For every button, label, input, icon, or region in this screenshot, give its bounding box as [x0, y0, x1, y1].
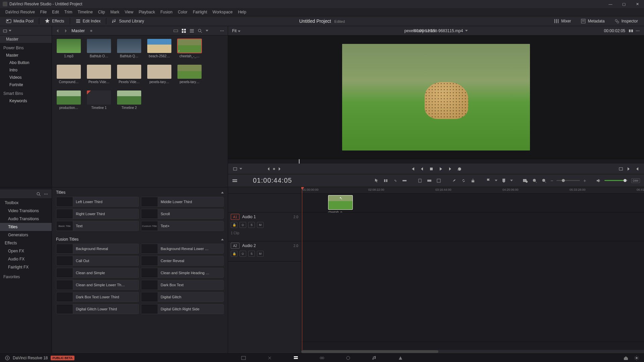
- match-frame-icon[interactable]: [619, 167, 623, 171]
- powerbin-master[interactable]: Master: [0, 52, 52, 59]
- home-icon[interactable]: [623, 355, 629, 361]
- sort-icon[interactable]: [212, 28, 216, 33]
- a1-mute-button[interactable]: M: [257, 222, 264, 228]
- zoom-fit-icon[interactable]: [532, 178, 538, 184]
- zoom-slider[interactable]: [556, 180, 580, 181]
- audio1-head[interactable]: A1 Audio 1 2.0 🔒 ⊙ S M 1 Clip: [228, 213, 301, 236]
- page-color[interactable]: [345, 355, 351, 361]
- overwrite-icon[interactable]: [426, 178, 432, 184]
- powerbin-intro[interactable]: Intro: [0, 66, 52, 74]
- clip-thumbnail[interactable]: [57, 90, 81, 105]
- menu-timeline[interactable]: Timeline: [75, 10, 95, 14]
- clip-thumbnail[interactable]: [147, 39, 171, 53]
- zoom-in-button[interactable]: +: [583, 178, 586, 183]
- menu-workspace[interactable]: Workspace: [210, 10, 235, 14]
- viewer-mode-icon[interactable]: [233, 167, 237, 171]
- volume-icon[interactable]: [596, 178, 601, 183]
- fusion-title-preset[interactable]: Digital Glitch: [141, 292, 224, 302]
- fwd-icon[interactable]: [63, 28, 68, 33]
- viewer-clipname[interactable]: pexels-taryn-elliott-9683115.mp4: [405, 28, 463, 33]
- metadata-toggle[interactable]: Metadata: [579, 18, 607, 24]
- fusion-title-preset[interactable]: Dark Box Text Lower Third: [56, 292, 139, 302]
- clip-thumbnail[interactable]: [57, 65, 81, 79]
- editindex-toggle[interactable]: Edit Index: [73, 18, 103, 24]
- title-preset[interactable]: Left Lower Third: [56, 197, 139, 207]
- powerbin-abo[interactable]: Abo Button: [0, 59, 52, 66]
- first-frame-icon[interactable]: [410, 167, 415, 171]
- fx-search-icon[interactable]: [36, 192, 41, 196]
- soundlib-toggle[interactable]: Sound Library: [110, 18, 146, 24]
- clip-thumbnail[interactable]: [117, 65, 141, 79]
- chevron-down-icon[interactable]: [510, 180, 513, 181]
- clip-thumbnail[interactable]: [87, 90, 111, 105]
- title-preset[interactable]: Middle Lower Third: [141, 197, 224, 207]
- lock-icon[interactable]: [470, 178, 476, 184]
- strip-view-icon[interactable]: [173, 28, 178, 33]
- a2-mute-button[interactable]: M: [257, 251, 264, 257]
- timeline-timecode[interactable]: 01:00:44:05: [253, 177, 292, 184]
- inspector-toggle[interactable]: Inspector: [612, 18, 640, 24]
- fit-dropdown[interactable]: Fit: [232, 28, 240, 33]
- audio2-lane[interactable]: [301, 322, 644, 342]
- chevron-down-icon[interactable]: [9, 30, 11, 32]
- a2-solo-button[interactable]: S: [248, 251, 255, 257]
- prev-edit-icon[interactable]: [266, 167, 271, 171]
- page-media[interactable]: [240, 355, 247, 361]
- mediapool-toggle[interactable]: Media Pool: [4, 18, 36, 24]
- fx-audiotrans[interactable]: Audio Transitions: [0, 215, 52, 223]
- title-preset[interactable]: Right Lower Third: [56, 209, 139, 219]
- zoom-detail-icon[interactable]: [541, 178, 547, 184]
- audio1-lane[interactable]: [301, 213, 644, 241]
- menu-color[interactable]: Color: [175, 10, 190, 14]
- flag-icon[interactable]: [485, 178, 491, 184]
- fusion-title-preset[interactable]: Dark Box Text: [141, 280, 224, 290]
- fx-audiofx[interactable]: Audio FX: [0, 255, 52, 263]
- collapse-icon[interactable]: [221, 192, 224, 193]
- chevron-down-icon[interactable]: [465, 30, 468, 32]
- a1-tag[interactable]: A1: [231, 214, 239, 220]
- fx-titles[interactable]: Titles: [0, 223, 52, 231]
- prev-frame-icon[interactable]: [420, 167, 424, 171]
- title-preset[interactable]: Basic TitleText: [56, 221, 139, 231]
- fusion-title-preset[interactable]: Call Out: [56, 256, 139, 266]
- playhead[interactable]: [302, 187, 302, 353]
- play-icon[interactable]: [438, 167, 443, 171]
- jump-start-icon[interactable]: [635, 167, 639, 171]
- replace-icon[interactable]: [436, 178, 442, 184]
- page-fairlight[interactable]: [371, 355, 377, 361]
- jump-end-icon[interactable]: [627, 167, 631, 171]
- video-lane[interactable]: cheetah_p… ↖: [301, 194, 644, 213]
- clip-item[interactable]: Timeline 2: [117, 90, 141, 110]
- powerbin-videos[interactable]: Videos: [0, 74, 52, 81]
- menu-playback[interactable]: Playback: [136, 10, 158, 14]
- grid-view-icon[interactable]: [181, 28, 186, 33]
- clip-thumbnail[interactable]: ♪: [177, 39, 202, 53]
- menu-fusion[interactable]: Fusion: [158, 10, 175, 14]
- tl-view-icon[interactable]: [232, 178, 237, 183]
- fusion-title-preset[interactable]: Digital Glitch Right Side: [141, 304, 224, 314]
- fx-toolbox[interactable]: Toolbox: [0, 199, 52, 207]
- page-edit[interactable]: [293, 355, 299, 361]
- menu-file[interactable]: File: [38, 10, 49, 14]
- clip-item[interactable]: Compound…: [57, 65, 81, 84]
- viewer-scrubber[interactable]: [228, 159, 644, 164]
- timeline-scrollbar[interactable]: [301, 350, 644, 353]
- clip-thumbnail[interactable]: [57, 39, 81, 53]
- maximize-button[interactable]: ▢: [617, 0, 631, 8]
- audio2-head[interactable]: A2 Audio 2 2.0 🔒 ⊙ S M: [228, 241, 301, 258]
- clip-item[interactable]: beach-2562…: [147, 39, 171, 58]
- clip-item[interactable]: Timeline 1: [87, 90, 111, 110]
- clip-item[interactable]: pexels-tary…: [177, 65, 202, 84]
- clip-thumbnail[interactable]: [87, 65, 111, 79]
- link-icon[interactable]: [461, 178, 467, 184]
- minimize-button[interactable]: —: [604, 0, 617, 8]
- menu-mark[interactable]: Mark: [108, 10, 122, 14]
- volume-slider[interactable]: [604, 180, 628, 181]
- page-deliver[interactable]: [397, 355, 404, 361]
- a2-lock-button[interactable]: 🔒: [231, 251, 237, 257]
- title-preset[interactable]: Custom TitleText+: [141, 221, 224, 231]
- a2-tag[interactable]: A2: [231, 243, 239, 249]
- effects-toggle[interactable]: Effects: [43, 18, 66, 24]
- list-view-icon[interactable]: [190, 28, 194, 33]
- menu-trim[interactable]: Trim: [62, 10, 75, 14]
